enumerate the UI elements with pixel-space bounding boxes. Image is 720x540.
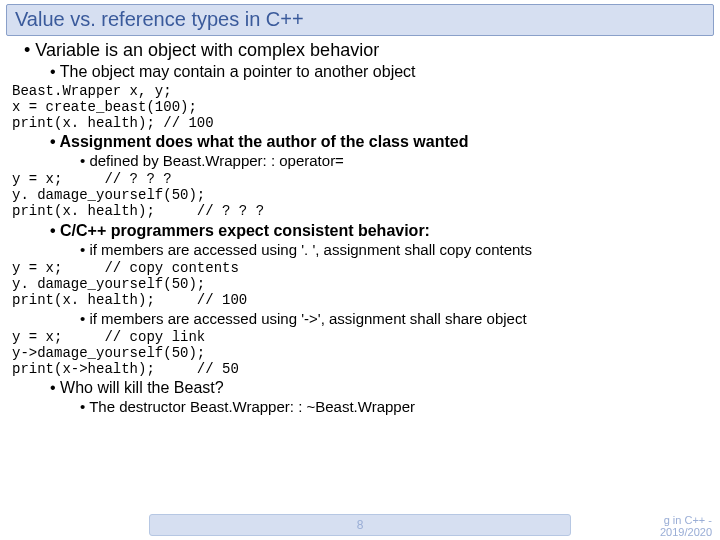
bullet-l2-bold: Assignment does what the author of the c… [50,133,714,151]
code-block-3: y = x; // copy contents y. damage_yourse… [12,260,714,308]
bullet-l3: The destructor Beast.Wrapper: : ~Beast.W… [80,398,714,415]
footer-right: g in C++ - 2019/2020 [660,514,712,538]
bullet-l3: if members are accessed using '. ', assi… [80,241,714,258]
bullet-l2: Who will kill the Beast? [50,379,714,397]
slide: Value vs. reference types in C++ Variabl… [0,4,720,540]
bullet-l1: Variable is an object with complex behav… [24,40,714,61]
bullet-l2-bold: C/C++ programmers expect consistent beha… [50,222,714,240]
code-block-4: y = x; // copy link y->damage_yourself(5… [12,329,714,377]
bullet-l3: if members are accessed using '->', assi… [80,310,714,327]
footer-right-line1: g in C++ - [660,514,712,526]
footer: 8 [0,514,720,536]
slide-body: Variable is an object with complex behav… [0,40,720,415]
slide-title: Value vs. reference types in C++ [6,4,714,36]
page-number-pill: 8 [149,514,571,536]
code-block-1: Beast.Wrapper x, y; x = create_beast(100… [12,83,714,131]
code-block-2: y = x; // ? ? ? y. damage_yourself(50); … [12,171,714,219]
page-number: 8 [357,518,364,532]
footer-right-line2: 2019/2020 [660,526,712,538]
bullet-l3: defined by Beast.Wrapper: : operator= [80,152,714,169]
bullet-l2: The object may contain a pointer to anot… [50,63,714,81]
